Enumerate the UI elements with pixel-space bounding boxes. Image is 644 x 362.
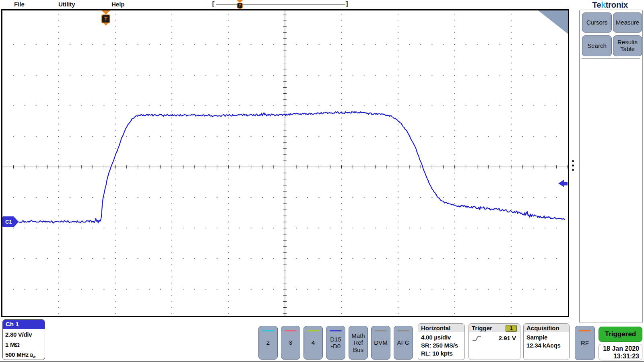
side-panel-divider [582,58,640,59]
drag-dot-icon [572,169,574,171]
trigger-source-badge: 1 [506,325,517,332]
ch1-bandwidth: 500 MHz BW [5,350,45,360]
acquisition-count: 12.34 kAcqs [526,341,569,350]
channel-button-label: 3 [289,339,292,346]
horizontal-panel[interactable]: Horizontal 4.00 µs/div SR: 250 MS/s RL: … [418,323,465,360]
trigger-position-slider[interactable] [216,4,345,5]
waveform-display-area[interactable]: T C1 [1,9,569,317]
trigger-level-arrow[interactable] [558,180,568,187]
bandwidth-limit-icon: BW [30,353,35,358]
channel-color-stripe [262,330,274,331]
menu-item-file[interactable]: File [14,1,25,8]
ch1-settings-panel[interactable]: Ch 1 2.80 V/div 1 MΩ 500 MHz BW [2,319,45,360]
trigger-level-value: 2.91 V [499,335,516,341]
channel-button-math[interactable]: Math Ref Bus [349,326,368,360]
channel-button-label: DVM [374,339,387,346]
ch1-impedance: 1 MΩ [5,339,45,350]
horizontal-panel-title: Horizontal [421,325,450,332]
drag-dot-icon [572,160,574,162]
trigger-marker-arrow-icon [101,10,110,14]
rf-color-stripe [579,330,591,331]
acquisition-panel-title: Acquisition [526,325,559,332]
datetime-display: 18 Jan 2020 13:31:23 [599,344,642,360]
drag-dot-icon [572,165,574,167]
channel-button-4[interactable]: 4 [303,326,323,360]
trigger-marker-pointer-icon [104,23,108,26]
menu-item-help[interactable]: Help [111,1,125,8]
trigger-handle-arrow-icon [237,0,243,3]
trigger-panel[interactable]: Trigger 1 2.91 V [469,323,520,360]
channel-buttons: 234D15 -D0Math Ref BusDVMAFG [258,326,413,360]
trigger-level-arrow-icon [558,180,564,187]
measure-button[interactable]: Measure [613,12,642,33]
trigger-panel-title: Trigger [472,325,492,332]
menu-item-utility[interactable]: Utility [58,1,75,8]
triggered-status-badge: Triggered [599,327,642,342]
date-value: 18 Jan 2020 [599,345,639,352]
trigger-position-handle[interactable]: T [237,0,243,10]
magnifier-icon [2,10,17,24]
channel-color-stripe [375,330,387,331]
panel-drag-handle[interactable] [572,160,574,171]
channel-color-stripe [330,330,342,331]
horizontal-scale: 4.00 µs/div [421,333,464,341]
channel-button-label: Math Ref Bus [351,332,365,353]
oscilloscope-screen: File Utility Help [ ] T T C1 Tektronix [0,0,644,362]
cursors-button[interactable]: Cursors [582,12,612,33]
rising-edge-icon [472,335,482,342]
rf-button-label: RF [581,339,589,346]
channel-color-stripe [307,330,319,331]
tektronix-logo: Tektronix [577,0,643,10]
results-table-button[interactable]: Results Table [613,35,642,56]
channel-button-label: 2 [266,339,270,346]
waveform-trace [2,112,565,223]
sample-rate: SR: 250 MS/s [421,341,464,350]
ch1-scale: 2.80 V/div [5,329,45,339]
trigger-position-marker[interactable]: T [101,10,110,26]
channel-color-stripe [285,330,297,331]
channel-button-label: AFG [397,339,410,346]
record-view-left-bracket: [ [212,0,215,8]
graticule-and-trace [2,10,568,316]
trigger-level-arrow-stem [564,182,568,185]
side-panel: Cursors Measure Search Results Table [579,10,643,323]
acquisition-mode: Sample [526,333,569,341]
record-view-right-bracket: ] [346,0,348,8]
channel-button-label: D15 -D0 [330,336,341,350]
channel-button-3[interactable]: 3 [281,326,300,360]
trigger-handle-t-icon: T [237,3,243,8]
ch1-panel-header: Ch 1 [3,320,45,329]
zoom-corner-button[interactable] [538,10,568,34]
time-value: 13:31:23 [599,352,639,360]
rf-button[interactable]: RF [575,326,595,360]
channel-button-label: 4 [312,339,315,346]
acquisition-panel[interactable]: Acquisition Sample 12.34 kAcqs [523,323,570,360]
channel-button-2[interactable]: 2 [258,326,278,360]
search-button[interactable]: Search [582,35,612,56]
channel-button-afg[interactable]: AFG [394,326,413,360]
channel-button-d15[interactable]: D15 -D0 [326,326,345,360]
trigger-marker-t-icon: T [101,14,110,23]
channel-button-dvm[interactable]: DVM [371,326,390,360]
record-length: RL: 10 kpts [421,350,464,358]
channel-color-stripe [397,330,409,331]
